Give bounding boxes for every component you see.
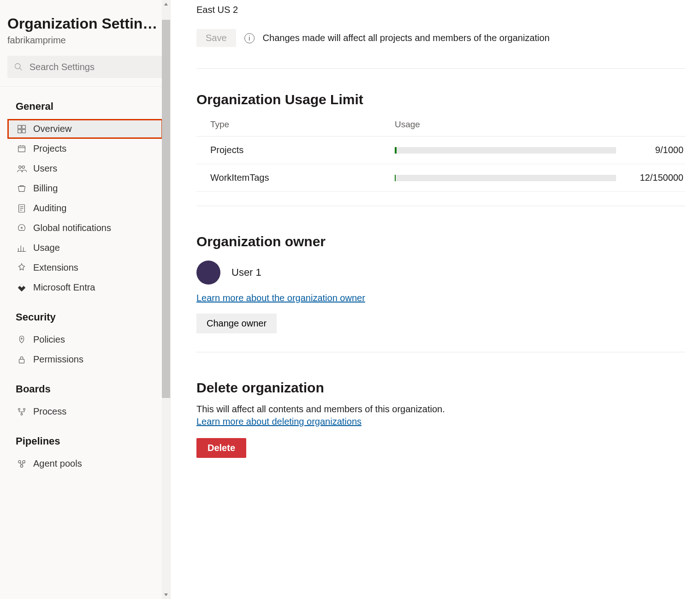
search-icon: [14, 62, 23, 72]
notifications-icon: [17, 223, 27, 233]
delete-heading: Delete organization: [196, 380, 685, 396]
nav-projects-label: Projects: [33, 143, 66, 154]
agent-pools-icon: [17, 459, 27, 469]
section-header-pipelines: Pipelines: [7, 421, 163, 454]
billing-icon: [17, 184, 27, 194]
nav-process[interactable]: Process: [7, 402, 163, 421]
svg-rect-22: [19, 359, 24, 363]
divider: [196, 68, 685, 69]
section-header-security: Security: [7, 297, 163, 330]
svg-point-25: [21, 414, 23, 415]
nav-projects[interactable]: Projects: [7, 139, 163, 159]
usage-col-usage: Usage: [395, 119, 671, 130]
owner-heading: Organization owner: [196, 234, 685, 249]
nav-global-notifications-label: Global notifications: [33, 223, 111, 233]
usage-fill-projects: [395, 147, 397, 154]
info-icon: i: [244, 33, 255, 43]
usage-type-projects: Projects: [210, 145, 395, 155]
usage-row-workitemtags: WorkItemTags 12/150000: [196, 164, 685, 192]
nav-policies[interactable]: Policies: [7, 330, 163, 350]
usage-row-projects: Projects 9/1000: [196, 136, 685, 164]
usage-col-type: Type: [210, 119, 395, 130]
nav-overview[interactable]: Overview: [7, 119, 163, 139]
permissions-icon: [17, 355, 27, 365]
entra-icon: [17, 283, 27, 293]
usage-icon: [17, 243, 27, 253]
sidebar-subtitle: fabrikamprime: [7, 35, 163, 46]
nav-billing[interactable]: Billing: [7, 178, 163, 198]
policies-icon: [17, 335, 27, 345]
svg-point-23: [18, 409, 20, 410]
nav-auditing-label: Auditing: [33, 203, 66, 214]
divider: [196, 206, 685, 206]
nav-agent-pools-label: Agent pools: [33, 458, 82, 469]
svg-rect-3: [22, 125, 25, 129]
svg-rect-5: [22, 130, 25, 133]
owner-learn-more-link[interactable]: Learn more about the organization owner: [196, 293, 365, 303]
delete-button[interactable]: Delete: [196, 438, 246, 458]
usage-fill-workitemtags: [395, 175, 396, 181]
auditing-icon: [17, 203, 27, 214]
nav-microsoft-entra[interactable]: Microsoft Entra: [7, 278, 163, 297]
search-input[interactable]: [29, 61, 156, 73]
nav-billing-label: Billing: [33, 183, 58, 194]
section-header-boards: Boards: [7, 369, 163, 402]
nav-permissions-label: Permissions: [33, 354, 83, 365]
svg-point-10: [19, 166, 22, 168]
nav-agent-pools[interactable]: Agent pools: [7, 454, 163, 474]
nav-global-notifications[interactable]: Global notifications: [7, 218, 163, 238]
sidebar-scrollbar[interactable]: [162, 0, 170, 599]
search-settings-box[interactable]: [7, 56, 163, 78]
svg-rect-4: [18, 130, 21, 133]
nav-extensions[interactable]: Extensions: [7, 258, 163, 278]
process-icon: [17, 407, 27, 417]
svg-rect-2: [18, 125, 21, 129]
nav-users[interactable]: Users: [7, 159, 163, 178]
overview-icon: [17, 124, 27, 134]
nav-microsoft-entra-label: Microsoft Entra: [33, 282, 95, 293]
scroll-up-icon[interactable]: [162, 0, 170, 8]
nav-permissions[interactable]: Permissions: [7, 350, 163, 369]
svg-rect-6: [18, 146, 25, 152]
section-header-general: General: [7, 87, 163, 119]
svg-line-29: [20, 463, 21, 465]
scroll-thumb[interactable]: [162, 20, 170, 398]
projects-icon: [17, 144, 27, 154]
nav-extensions-label: Extensions: [33, 262, 78, 273]
region-value: East US 2: [196, 5, 685, 15]
delete-description: This will affect all contents and member…: [196, 404, 685, 415]
svg-point-16: [21, 227, 23, 229]
usage-value-projects: 9/1000: [616, 145, 685, 155]
nav-usage[interactable]: Usage: [7, 238, 163, 258]
svg-point-28: [20, 465, 23, 468]
nav-policies-label: Policies: [33, 334, 65, 345]
svg-line-1: [19, 68, 22, 71]
nav-overview-label: Overview: [33, 124, 71, 134]
scroll-down-icon[interactable]: [162, 591, 170, 599]
svg-point-21: [21, 338, 23, 339]
sidebar-title: Organization Settin…: [7, 15, 163, 32]
settings-sidebar: Organization Settin… fabrikamprime Gener…: [0, 0, 171, 599]
usage-heading: Organization Usage Limit: [196, 92, 685, 107]
save-info-text: Changes made will affect all projects an…: [263, 33, 550, 43]
usage-progress-projects: [395, 147, 616, 154]
delete-learn-more-link[interactable]: Learn more about deleting organizations: [196, 416, 362, 427]
usage-value-workitemtags: 12/150000: [616, 172, 685, 183]
usage-table: Type Usage Projects 9/1000 WorkItemTags …: [196, 116, 685, 192]
main-content: East US 2 Save i Changes made will affec…: [171, 0, 700, 599]
nav-auditing[interactable]: Auditing: [7, 198, 163, 218]
usage-progress-workitemtags: [395, 175, 616, 181]
nav-usage-label: Usage: [33, 243, 60, 253]
divider: [196, 352, 685, 352]
svg-point-0: [15, 64, 20, 69]
svg-point-11: [22, 166, 24, 168]
nav-users-label: Users: [33, 163, 57, 174]
extensions-icon: [17, 263, 27, 273]
save-button[interactable]: Save: [196, 29, 236, 47]
svg-line-30: [22, 463, 23, 465]
owner-name: User 1: [231, 267, 261, 279]
nav-process-label: Process: [33, 406, 66, 417]
users-icon: [17, 164, 27, 174]
change-owner-button[interactable]: Change owner: [196, 314, 277, 333]
usage-type-workitemtags: WorkItemTags: [210, 172, 395, 183]
